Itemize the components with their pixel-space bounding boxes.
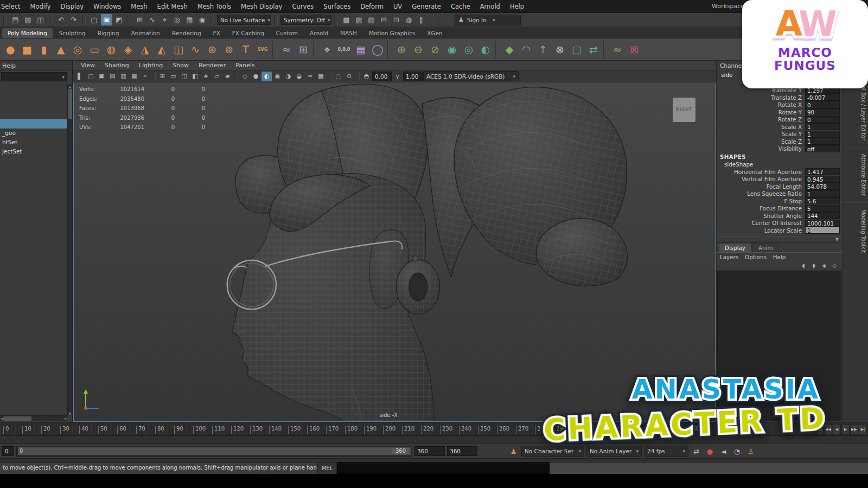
resolution-gate-icon[interactable]: ◫ — [179, 72, 189, 81]
outliner-filter-dropdown[interactable]: ▾ — [1, 72, 67, 81]
outliner-item[interactable]: htSet — [0, 138, 67, 147]
mel-toggle[interactable]: MEL — [317, 463, 337, 474]
sweep-mesh-icon[interactable]: ≈ — [278, 41, 295, 58]
viewport-menu-shading[interactable]: Shading — [100, 61, 133, 70]
poly-sphere-icon[interactable]: ● — [2, 41, 18, 58]
animation-preferences-icon[interactable]: ♙ — [745, 446, 756, 457]
menu-cache[interactable]: Cache — [446, 1, 475, 12]
poly-pyramid-icon[interactable]: ◮ — [137, 41, 153, 58]
poly-soccer-ball-icon[interactable]: ⊚ — [221, 41, 237, 58]
shelf-tab-motion-graphics[interactable]: Motion Graphics — [363, 28, 420, 38]
render-sequence-icon[interactable]: ▥ — [366, 14, 377, 25]
poly-cone-icon[interactable]: ▲ — [53, 41, 69, 58]
select-object-icon[interactable]: ▣ — [101, 14, 112, 25]
playback-speed-icon[interactable]: ◔ — [731, 446, 743, 457]
snap-view-plane-icon[interactable]: ▦ — [184, 14, 195, 25]
smooth-mesh-icon[interactable]: ≈ — [609, 41, 626, 58]
field-chart-icon[interactable]: # — [201, 72, 211, 81]
channel-attribute-value[interactable]: 1 — [805, 227, 840, 234]
pause-viewport-icon[interactable]: ‖ — [416, 14, 427, 25]
menu-display[interactable]: Display — [56, 1, 88, 12]
live-surface-dropdown[interactable]: No Live Surface▾ — [217, 15, 271, 25]
sign-in-dropdown[interactable]: ♟Sign In▾ — [455, 15, 521, 25]
workspace-label[interactable]: Workspace: — [712, 3, 746, 10]
channel-attribute-value[interactable]: 1 — [805, 123, 840, 130]
smooth-shade-icon[interactable]: ● — [251, 72, 261, 81]
range-slider-bar[interactable] — [18, 447, 411, 455]
range-slider[interactable]: 0 360 — [16, 446, 412, 457]
symmetry-dropdown[interactable]: Symmetry: Off▾ — [280, 15, 331, 25]
channel-attribute-value[interactable]: 144 — [805, 212, 840, 219]
snap-point-icon[interactable]: ⌖ — [159, 14, 170, 25]
outliner-item[interactable]: _geo — [0, 129, 67, 138]
shelf-tab-fx-caching[interactable]: FX Caching — [227, 28, 270, 38]
render-settings-icon[interactable]: ⊟ — [378, 14, 390, 25]
side-tab-attribute-editor[interactable]: Attribute Editor — [843, 147, 868, 203]
extract-icon[interactable]: ⊘ — [427, 41, 443, 58]
isolate-select-icon[interactable]: ⊙ — [344, 72, 354, 81]
menu-generate[interactable]: Generate — [407, 1, 446, 12]
current-frame-field[interactable]: 0 — [2, 446, 14, 456]
boolean-union-icon[interactable]: ◉ — [444, 41, 460, 58]
shelf-tab-rendering[interactable]: Rendering — [167, 28, 207, 38]
multi-cut-icon[interactable]: ⊗ — [552, 41, 568, 58]
mute-audio-icon[interactable]: ◄ — [718, 446, 729, 457]
scroll-right-icon[interactable]: ► — [65, 416, 67, 420]
anti-alias-icon[interactable]: ▩ — [316, 72, 326, 81]
grid-toggle-icon[interactable]: ⊞ — [157, 72, 168, 81]
viewport-menu-view[interactable]: View — [76, 61, 99, 70]
channel-box-expander[interactable]: ▼ — [717, 236, 842, 243]
layer-move-up-icon[interactable]: ◖ — [800, 262, 808, 269]
save-scene-icon[interactable]: ◫ — [35, 14, 46, 25]
bridge-icon[interactable]: ◠ — [518, 41, 534, 58]
separate-icon[interactable]: ⊖ — [410, 41, 426, 58]
go-to-end-button[interactable]: ▶| — [859, 424, 867, 434]
construction-table-icon[interactable]: ⊞ — [295, 41, 311, 58]
shelf-tab-custom[interactable]: Custom — [271, 28, 303, 38]
gamma-field[interactable]: 1.00 — [403, 72, 423, 81]
viewport-menu-lighting[interactable]: Lighting — [135, 61, 167, 70]
poly-prism-icon[interactable]: ◭ — [154, 41, 170, 58]
playback-end-field[interactable]: 360 — [414, 446, 445, 456]
layer-tab-anim[interactable]: Anim — [752, 243, 778, 252]
motion-blur-icon[interactable]: ≈ — [305, 72, 315, 81]
launch-render-view-icon[interactable]: ◍ — [403, 14, 414, 25]
undo-icon[interactable]: ↶ — [55, 14, 67, 25]
channel-attribute-value[interactable]: 90 — [805, 108, 840, 115]
animation-end-field[interactable]: 360 — [447, 446, 477, 456]
poly-type-icon[interactable]: T — [238, 41, 254, 58]
poly-plane-icon[interactable]: ▭ — [86, 41, 103, 58]
channel-attribute-value[interactable]: 1.417 — [805, 168, 840, 175]
xray-icon[interactable]: ◌ — [333, 72, 343, 81]
platonic-solid-icon[interactable]: ◈ — [120, 41, 136, 58]
outliner-item-selected[interactable] — [0, 119, 67, 129]
channel-attribute-value[interactable]: off — [805, 145, 840, 152]
character-set-key-icon[interactable]: ♟ — [508, 446, 519, 457]
scrollbar-thumb[interactable] — [3, 416, 31, 421]
colorspace-dropdown[interactable]: ACES 1.0 SDR-video (sRGB)▾ — [423, 71, 519, 81]
snap-curve-icon[interactable]: ∿ — [146, 14, 158, 25]
boolean-difference-icon[interactable]: ◎ — [461, 41, 477, 58]
scrollbar-thumb[interactable] — [68, 89, 72, 119]
menu-mesh-display[interactable]: Mesh Display — [236, 1, 287, 12]
outliner-menu-help[interactable]: Help — [2, 62, 16, 69]
coordinates-readout[interactable]: 0,0,0 — [336, 41, 352, 58]
channel-attribute-value[interactable]: 0 — [805, 101, 840, 108]
menu-help[interactable]: Help — [505, 1, 529, 12]
channel-attribute-value[interactable]: 1000.101 — [805, 220, 840, 227]
film-gate-icon[interactable]: ▭ — [168, 72, 178, 81]
bookmarks-icon[interactable]: ▥ — [118, 72, 129, 81]
snap-grid-icon[interactable]: ⊞ — [134, 14, 145, 25]
channel-attribute-value[interactable]: 1 — [805, 131, 840, 138]
quad-draw-icon[interactable]: ▢ — [569, 41, 585, 58]
layer-menu-layers[interactable]: Layers — [720, 254, 738, 260]
extrude-icon[interactable]: ↑ — [535, 41, 551, 58]
play-forwards-button[interactable]: ▶ — [841, 424, 850, 434]
lock-camera-icon[interactable]: ▣ — [97, 72, 107, 81]
side-tab-modeling-toolkit[interactable]: Modeling Toolkit — [843, 203, 868, 260]
camera-attributes-icon[interactable]: ▤ — [107, 72, 118, 81]
shelf-tab-mash[interactable]: MASH — [335, 28, 362, 38]
menu-windows[interactable]: Windows — [88, 1, 126, 12]
make-live-icon[interactable]: ◉ — [196, 14, 208, 25]
open-scene-icon[interactable]: ▧ — [22, 14, 34, 25]
